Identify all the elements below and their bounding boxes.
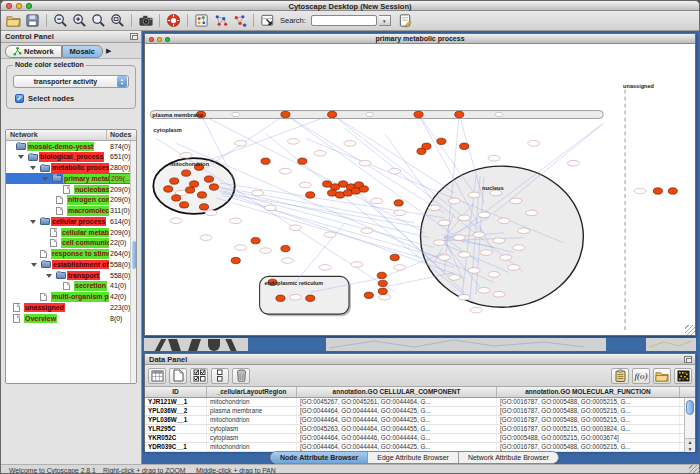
graph-node[interactable]: [289, 294, 301, 300]
graph-node-selected[interactable]: [281, 111, 290, 117]
open-folder-icon[interactable]: [653, 368, 671, 384]
table-cell[interactable]: YJR121W__1: [145, 398, 207, 406]
table-cell[interactable]: YDR039C__1: [145, 443, 207, 451]
graph-node[interactable]: [488, 272, 500, 278]
graph-node[interactable]: [394, 210, 406, 216]
table-column-header[interactable]: ID: [145, 387, 207, 397]
graph-node[interactable]: [500, 255, 512, 261]
graph-node[interactable]: [170, 218, 182, 224]
graph-node-selected[interactable]: [231, 257, 240, 263]
tab-network[interactable]: Network: [5, 45, 62, 58]
formula-icon[interactable]: f(o): [632, 368, 650, 384]
graph-node[interactable]: [498, 218, 510, 224]
table-cell[interactable]: [GO:0045263, GO:0044464, GO:0044455, G..…: [297, 425, 497, 433]
graph-node-selected[interactable]: [180, 202, 189, 208]
graph-node[interactable]: [394, 265, 406, 271]
scrollbar-thumb[interactable]: [686, 400, 694, 415]
delete-attribute-icon[interactable]: [232, 368, 250, 384]
tree-row[interactable]: mosaic-demo-yeast874(0): [6, 141, 136, 152]
graph-node-selected[interactable]: [455, 111, 464, 117]
zoom-in-icon[interactable]: [71, 12, 88, 29]
graph-node[interactable]: [361, 228, 373, 234]
vizmapper-icon[interactable]: [193, 12, 210, 29]
create-network-icon[interactable]: [212, 12, 229, 29]
graph-node[interactable]: [324, 232, 336, 238]
tree-row[interactable]: nucleobase-209(0): [6, 184, 136, 195]
tree-row[interactable]: Overview8(0): [6, 313, 136, 324]
graph-node[interactable]: [493, 238, 505, 244]
table-cell[interactable]: YPL036W__2: [145, 407, 207, 415]
table-cell[interactable]: [GO:0044464, GO:0044444, GO:0044425, G..…: [297, 443, 497, 451]
graph-node[interactable]: [344, 141, 356, 147]
graph-node[interactable]: [289, 225, 301, 231]
zoom-actual-icon[interactable]: [90, 12, 107, 29]
graph-node-selected[interactable]: [186, 187, 195, 193]
table-row[interactable]: YKR052Ccytoplasm[GO:0044464, GO:0044446,…: [145, 434, 695, 443]
matrix-icon[interactable]: [674, 368, 692, 384]
tree-row[interactable]: biological_process651(0): [6, 152, 136, 163]
graph-node[interactable]: [235, 245, 247, 251]
save-icon[interactable]: [24, 12, 41, 29]
table-row[interactable]: YJR121W__1mitochondrion[GO:0045267, GO:0…: [145, 398, 695, 407]
unselect-attributes-icon[interactable]: [211, 368, 229, 384]
expander-icon[interactable]: [18, 155, 24, 159]
graph-node[interactable]: [232, 112, 240, 116]
graph-node[interactable]: [468, 268, 480, 274]
graph-node[interactable]: [567, 160, 579, 166]
graph-node-selected[interactable]: [653, 188, 662, 194]
float-panel-icon[interactable]: [130, 33, 138, 40]
graph-node[interactable]: [366, 112, 374, 116]
select-nodes-checkbox[interactable]: ✓: [15, 94, 24, 103]
graph-node-selected[interactable]: [251, 237, 260, 243]
expander-icon[interactable]: [30, 166, 36, 170]
tree-scrollbar[interactable]: [130, 141, 136, 383]
graph-node[interactable]: [634, 188, 646, 194]
graph-node[interactable]: [314, 150, 326, 156]
tree-row[interactable]: nitrogen compo209(0): [6, 195, 136, 206]
graph-node-selected[interactable]: [306, 295, 315, 301]
expander-icon[interactable]: [42, 177, 48, 181]
graph-node[interactable]: [433, 240, 445, 246]
graph-node-selected[interactable]: [364, 292, 373, 298]
table-cell[interactable]: [GO:0016787, GO:0005488, GO:0005215, G..…: [497, 407, 680, 415]
network-window-titlebar[interactable]: primary metabolic process: [145, 34, 695, 44]
tree-row[interactable]: establishment of lo558(0): [6, 259, 136, 270]
table-cell[interactable]: mitochondrion: [207, 398, 297, 406]
expander-icon[interactable]: [46, 274, 52, 278]
search-input[interactable]: [311, 15, 377, 26]
graph-node-selected[interactable]: [199, 204, 208, 210]
graph-node-selected[interactable]: [204, 176, 213, 182]
table-cell[interactable]: [GO:0044464, GO:0044444, GO:0044425, G..…: [297, 407, 497, 415]
graph-node-selected[interactable]: [437, 138, 446, 144]
graph-node[interactable]: [389, 168, 401, 174]
table-row[interactable]: YPL036W__2plasma membrane[GO:0044464, GO…: [145, 407, 695, 416]
graph-node[interactable]: [490, 190, 502, 196]
table-cell[interactable]: YLR295C: [145, 425, 207, 433]
table-cell[interactable]: [GO:0044464, GO:0044444, GO:0044425, G..…: [297, 416, 497, 424]
graph-node[interactable]: [448, 198, 460, 204]
table-scrollbar[interactable]: ▲▼: [684, 398, 695, 452]
scrollbar-arrows[interactable]: ▲▼: [685, 438, 695, 452]
zoom-fit-icon[interactable]: [109, 12, 126, 29]
new-attribute-icon[interactable]: [169, 368, 187, 384]
graph-node[interactable]: [438, 220, 450, 226]
table-cell[interactable]: plasma membrane: [207, 407, 297, 415]
table-cell[interactable]: [GO:0005488, GO:0005215, GO:0003674]: [497, 434, 680, 442]
graph-node[interactable]: [299, 182, 311, 188]
table-cell[interactable]: [GO:0045267, GO:0045261, GO:0044464, G..…: [297, 398, 497, 406]
graph-node[interactable]: [279, 168, 291, 174]
graph-node[interactable]: [260, 248, 272, 254]
graph-node[interactable]: [205, 210, 217, 216]
graph-node[interactable]: [493, 291, 505, 297]
snapshot-icon[interactable]: [137, 12, 154, 29]
tree-row[interactable]: response to stimulu264(0): [6, 249, 136, 260]
graph-node[interactable]: [287, 139, 299, 145]
graph-node-selected[interactable]: [182, 170, 191, 176]
graph-node[interactable]: [230, 218, 242, 224]
table-column-header[interactable]: _cellularLayoutRegion: [207, 387, 297, 397]
table-cell[interactable]: [GO:0016787, GO:0005488, GO:0005215, G..…: [497, 443, 680, 451]
graph-node[interactable]: [480, 250, 492, 256]
graph-node[interactable]: [319, 265, 331, 271]
graph-node[interactable]: [281, 258, 293, 264]
tree-row[interactable]: cell communicat22(0): [6, 238, 136, 249]
